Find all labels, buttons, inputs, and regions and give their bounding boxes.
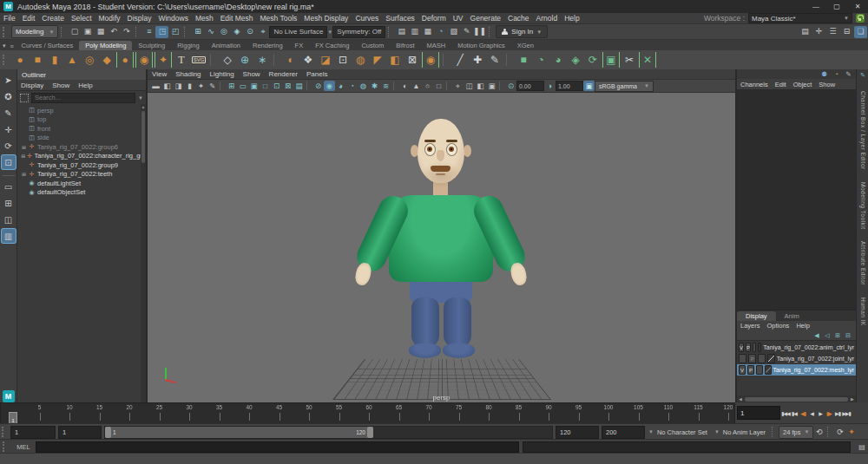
menu-display[interactable]: Display xyxy=(124,14,155,23)
edit-edge-flow-icon[interactable]: ▣ xyxy=(602,52,620,68)
menu-mesh-display[interactable]: Mesh Display xyxy=(300,14,352,23)
layer-display-type-toggle[interactable] xyxy=(758,354,766,363)
fill-hole-icon[interactable]: ■ xyxy=(516,52,531,68)
outliner-item[interactable]: ◫front xyxy=(17,124,146,134)
render-icon[interactable]: ▤ xyxy=(395,26,408,38)
poly-cylinder-icon[interactable]: ▮ xyxy=(47,52,62,68)
exposure-field[interactable]: 0.00 xyxy=(516,81,544,91)
outliner-item[interactable]: ✛Taniya_rig_07_0022:group9 xyxy=(17,160,146,170)
menu-uv[interactable]: UV xyxy=(450,14,467,23)
sign-in-button[interactable]: Sign In ▼ xyxy=(496,25,548,38)
character-foot-right[interactable] xyxy=(443,343,475,358)
speed-icon[interactable]: ◔ xyxy=(832,70,841,79)
outliner-item[interactable]: ◉defaultLightSet xyxy=(17,179,146,188)
extract-icon[interactable]: ◪ xyxy=(318,52,333,68)
viewport-canvas[interactable]: persp xyxy=(148,93,735,402)
layer-playback-toggle[interactable]: P xyxy=(746,343,751,352)
viewport-menu-show[interactable]: Show xyxy=(239,70,265,78)
poly-sphere-icon[interactable]: ● xyxy=(12,52,28,68)
script-editor-icon[interactable]: ▤ xyxy=(857,441,867,452)
render-sequence-icon[interactable]: ▦ xyxy=(421,26,434,38)
view-transform-icon[interactable]: ▣ xyxy=(583,81,595,91)
shelf-tab-animation[interactable]: Animation xyxy=(206,41,247,50)
character-leg-right[interactable] xyxy=(444,297,471,348)
tool-settings-toggle-icon[interactable]: ⊟ xyxy=(840,26,853,38)
menu-mesh-tools[interactable]: Mesh Tools xyxy=(257,14,301,23)
layer-menu-layers[interactable]: Layers xyxy=(737,322,764,330)
snap-point-icon[interactable]: ◎ xyxy=(217,26,230,38)
use-all-lights-icon[interactable]: □ xyxy=(260,81,271,91)
bevel-icon[interactable]: ⟳ xyxy=(585,52,601,68)
symmetry-field[interactable]: Symmetry: Off xyxy=(332,26,385,38)
go-to-start-button[interactable]: ▮◀◀ xyxy=(781,407,790,419)
scale-tool[interactable]: ⊡ xyxy=(2,155,16,169)
layer-row[interactable]: PTaniya_rig_07_0022:joint_lyr xyxy=(737,353,856,364)
type-tool-icon[interactable]: T xyxy=(174,52,189,68)
layer-visibility-toggle[interactable]: V xyxy=(739,343,744,352)
viewport-menu-renderer[interactable]: Renderer xyxy=(265,70,302,78)
menu-deform[interactable]: Deform xyxy=(418,14,450,23)
remesh-icon[interactable]: ⊠ xyxy=(404,52,420,68)
layer-row[interactable]: VPTaniya_rig_07_0022:anim_ctrl_lyr xyxy=(737,342,856,353)
scroll-right-icon[interactable]: ▶ xyxy=(849,396,856,402)
menu-mesh[interactable]: Mesh xyxy=(192,14,217,23)
layer-menu-options[interactable]: Options xyxy=(764,322,793,330)
selected-layer-icon[interactable]: ⊟ xyxy=(844,331,852,339)
viewport-menu-view[interactable]: View xyxy=(148,70,171,78)
layer-menu-help[interactable]: Help xyxy=(792,322,812,330)
shelf-tab-xgen[interactable]: XGen xyxy=(511,41,540,50)
menu-select[interactable]: Select xyxy=(68,14,95,23)
character-icon[interactable]: ⚉ xyxy=(819,70,829,79)
animation-end-field[interactable]: 200 xyxy=(602,426,645,439)
circle-interactive-icon[interactable]: ◉ xyxy=(135,52,153,68)
shelf-tab-bifrost[interactable]: Bifrost xyxy=(390,41,420,50)
outliner-item[interactable]: ⊞✛Taniya_rig_07_0022:teeth xyxy=(17,170,146,180)
shadows-icon[interactable]: ⊡ xyxy=(271,81,282,91)
new-scene-icon[interactable]: ▢ xyxy=(68,26,81,38)
menu-curves[interactable]: Curves xyxy=(352,14,382,23)
backface-culling-icon[interactable]: □ xyxy=(433,81,444,91)
step-back-key-button[interactable]: ◀▮ xyxy=(799,407,807,419)
shelf-tab-fx[interactable]: FX xyxy=(289,41,310,50)
snap-grid-icon[interactable]: ⊞ xyxy=(191,26,204,38)
resolution-gate-icon[interactable]: ◫ xyxy=(464,81,475,91)
live-surface-field[interactable]: No Live Surface xyxy=(269,26,327,38)
channel-box-menu-object[interactable]: Object xyxy=(790,81,816,88)
camera-select-icon[interactable]: ▬ xyxy=(150,81,161,91)
platonic-interactive-icon[interactable]: ✦ xyxy=(155,52,172,68)
menu-modify[interactable]: Modify xyxy=(95,14,124,23)
layout-outliner-persp[interactable]: ▥ xyxy=(2,229,16,243)
poly-torus-icon[interactable]: ◎ xyxy=(82,52,97,68)
shelf-tab-mash[interactable]: MASH xyxy=(420,41,451,50)
delete-edge-icon[interactable]: ✕ xyxy=(639,52,656,68)
layout-single-pane[interactable]: ▭ xyxy=(2,180,16,193)
layout-two-pane[interactable]: ◫ xyxy=(2,212,16,226)
go-to-end-button[interactable]: ▶▶▮ xyxy=(842,407,851,419)
textured-icon[interactable]: ▣ xyxy=(248,81,260,91)
poly-cube-icon[interactable]: ■ xyxy=(30,52,45,68)
modeling-toolkit-toggle-icon[interactable]: ▤ xyxy=(799,26,812,38)
snap-projected-icon[interactable]: ◈ xyxy=(230,26,243,38)
play-forwards-button[interactable]: ▶ xyxy=(816,407,825,419)
menu-create[interactable]: Create xyxy=(38,14,68,23)
layer-playback-toggle[interactable]: P xyxy=(748,354,756,363)
lighting-icon[interactable]: ✱ xyxy=(369,81,380,91)
pause-icon[interactable]: ❚❚ xyxy=(473,26,486,38)
mel-label[interactable]: MEL xyxy=(15,443,32,451)
shelf-tab-sculpting[interactable]: Sculpting xyxy=(132,41,171,50)
empty-layer-icon[interactable]: ⊞ xyxy=(833,331,842,339)
workspace-lock-icon[interactable] xyxy=(856,14,865,23)
playback-loop-icon[interactable]: ⟲ xyxy=(813,427,825,438)
step-back-frame-button[interactable]: ▮◀ xyxy=(790,407,799,419)
playback-options-icon[interactable]: ⟳ xyxy=(834,427,845,438)
image-plane-icon[interactable]: ▮ xyxy=(184,81,195,91)
select-tool[interactable]: ➤ xyxy=(2,73,16,87)
poly-cone-icon[interactable]: ▲ xyxy=(64,52,80,68)
default-material-icon[interactable]: ◍ xyxy=(358,81,369,91)
quad-draw-icon[interactable]: ✎ xyxy=(487,52,503,68)
menu-file[interactable]: File xyxy=(0,14,19,23)
shelf-menu-icon[interactable]: ▾ xyxy=(3,42,6,49)
outliner-item[interactable]: ⊞✛Taniya_rig_07_0022:group6 xyxy=(17,142,146,152)
layer-tab-display[interactable]: Display xyxy=(737,311,776,321)
range-start-handle[interactable] xyxy=(105,427,111,438)
